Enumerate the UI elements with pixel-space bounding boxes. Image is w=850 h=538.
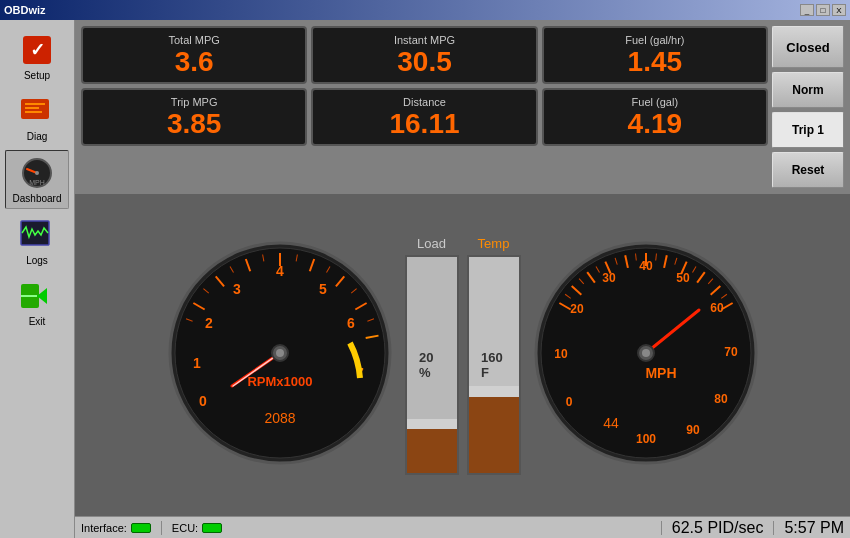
temp-value: 160 F xyxy=(481,350,506,380)
closed-button[interactable]: Closed xyxy=(772,26,844,68)
svg-text:0: 0 xyxy=(199,393,207,409)
close-button[interactable]: X xyxy=(832,4,846,16)
svg-text:3: 3 xyxy=(233,281,241,297)
svg-text:MPH: MPH xyxy=(645,365,676,381)
sidebar-item-exit-label: Exit xyxy=(29,316,46,327)
svg-text:6: 6 xyxy=(347,315,355,331)
svg-point-83 xyxy=(642,349,650,357)
norm-button[interactable]: Norm xyxy=(772,72,844,108)
svg-text:2088: 2088 xyxy=(264,410,295,426)
content-area: Total MPG 3.6 Instant MPG 30.5 Fuel (gal… xyxy=(75,20,850,538)
svg-rect-3 xyxy=(25,103,45,105)
fuel-gal-label: Fuel (gal) xyxy=(632,96,678,108)
exit-icon xyxy=(19,278,55,314)
bar-gauges: Load 20 % Temp xyxy=(405,236,521,475)
svg-text:✓: ✓ xyxy=(30,40,45,60)
sidebar-item-setup[interactable]: ✓ Setup xyxy=(5,28,69,85)
svg-text:40: 40 xyxy=(639,259,653,273)
status-right: 62.5 PID/sec 5:57 PM xyxy=(661,519,844,537)
speed-gauge: 0 10 20 30 40 50 60 70 80 90 100 MPH 44 xyxy=(531,238,761,472)
svg-text:RPMx1000: RPMx1000 xyxy=(247,374,312,389)
reset-button[interactable]: Reset xyxy=(772,152,844,188)
clock-time: 5:57 PM xyxy=(784,519,844,537)
trip-mpg-box: Trip MPG 3.85 xyxy=(81,88,307,146)
sidebar-item-logs[interactable]: Logs xyxy=(5,213,69,270)
total-mpg-value: 3.6 xyxy=(175,48,214,76)
svg-point-44 xyxy=(276,349,284,357)
svg-text:20: 20 xyxy=(570,302,584,316)
sidebar-item-diag-label: Diag xyxy=(27,131,48,142)
sidebar: ✓ Setup Diag MP xyxy=(0,20,75,538)
svg-text:0: 0 xyxy=(565,395,572,409)
logs-icon xyxy=(19,217,55,253)
dashboard-area: 0 1 2 3 4 5 6 7 RPMx1000 2088 xyxy=(75,194,850,516)
main-container: ✓ Setup Diag MP xyxy=(0,20,850,538)
metrics-row-2: Trip MPG 3.85 Distance 16.11 Fuel (gal) … xyxy=(81,88,768,146)
rpm-gauge-svg: 0 1 2 3 4 5 6 7 RPMx1000 2088 xyxy=(165,238,395,468)
fuel-gal-value: 4.19 xyxy=(628,110,683,138)
svg-text:70: 70 xyxy=(724,345,738,359)
svg-text:100: 100 xyxy=(635,432,655,446)
svg-rect-9 xyxy=(21,221,49,245)
trip-mpg-label: Trip MPG xyxy=(171,96,218,108)
sidebar-item-exit[interactable]: Exit xyxy=(5,274,69,331)
sidebar-item-diag[interactable]: Diag xyxy=(5,89,69,146)
svg-text:MPH: MPH xyxy=(29,179,45,186)
sidebar-item-dashboard-label: Dashboard xyxy=(13,193,62,204)
svg-text:44: 44 xyxy=(603,415,619,431)
fuel-galhr-box: Fuel (gal/hr) 1.45 xyxy=(542,26,768,84)
svg-text:80: 80 xyxy=(714,392,728,406)
interface-led xyxy=(131,523,151,533)
temp-gauge: Temp 160 F xyxy=(467,236,521,475)
metrics-grid: Total MPG 3.6 Instant MPG 30.5 Fuel (gal… xyxy=(81,26,768,188)
window-controls[interactable]: _ □ X xyxy=(800,4,846,16)
load-value: 20 % xyxy=(419,350,444,380)
distance-label: Distance xyxy=(403,96,446,108)
window-title: OBDwiz xyxy=(4,4,46,16)
svg-rect-4 xyxy=(25,107,39,109)
total-mpg-box: Total MPG 3.6 xyxy=(81,26,307,84)
right-buttons: Closed Norm Trip 1 Reset xyxy=(772,26,844,188)
statusbar: Interface: ECU: 62.5 PID/sec 5:57 PM xyxy=(75,516,850,538)
maximize-button[interactable]: □ xyxy=(816,4,830,16)
fuel-galhr-label: Fuel (gal/hr) xyxy=(625,34,684,46)
sidebar-item-setup-label: Setup xyxy=(24,70,50,81)
svg-point-7 xyxy=(35,171,39,175)
status-divider-3 xyxy=(773,521,774,535)
rpm-gauge: 0 1 2 3 4 5 6 7 RPMx1000 2088 xyxy=(165,238,395,472)
interface-status: Interface: xyxy=(81,522,151,534)
svg-text:1: 1 xyxy=(193,355,201,371)
setup-icon: ✓ xyxy=(19,32,55,68)
svg-text:50: 50 xyxy=(676,271,690,285)
temp-bar-fill xyxy=(469,397,519,473)
svg-text:5: 5 xyxy=(319,281,327,297)
top-section: Total MPG 3.6 Instant MPG 30.5 Fuel (gal… xyxy=(75,20,850,194)
fuel-galhr-value: 1.45 xyxy=(628,48,683,76)
load-gauge: Load 20 % xyxy=(405,236,459,475)
temp-bar-wrapper: 160 F xyxy=(467,255,521,475)
diag-icon xyxy=(19,93,55,129)
instant-mpg-label: Instant MPG xyxy=(394,34,455,46)
distance-box: Distance 16.11 xyxy=(311,88,537,146)
sidebar-item-logs-label: Logs xyxy=(26,255,48,266)
svg-text:60: 60 xyxy=(710,301,724,315)
load-bar-fill xyxy=(407,429,457,472)
temp-label: Temp xyxy=(478,236,510,251)
total-mpg-label: Total MPG xyxy=(168,34,219,46)
instant-mpg-box: Instant MPG 30.5 xyxy=(311,26,537,84)
dashboard-icon: MPH xyxy=(19,155,55,191)
svg-text:90: 90 xyxy=(686,423,700,437)
fuel-gal-box: Fuel (gal) 4.19 xyxy=(542,88,768,146)
trip1-button[interactable]: Trip 1 xyxy=(772,112,844,148)
ecu-led xyxy=(202,523,222,533)
svg-text:10: 10 xyxy=(554,347,568,361)
trip-mpg-value: 3.85 xyxy=(167,110,222,138)
speed-gauge-svg: 0 10 20 30 40 50 60 70 80 90 100 MPH 44 xyxy=(531,238,761,468)
ecu-status: ECU: xyxy=(172,522,222,534)
distance-value: 16.11 xyxy=(389,110,459,138)
svg-text:2: 2 xyxy=(205,315,213,331)
load-label: Load xyxy=(417,236,446,251)
metrics-row-1: Total MPG 3.6 Instant MPG 30.5 Fuel (gal… xyxy=(81,26,768,84)
sidebar-item-dashboard[interactable]: MPH Dashboard xyxy=(5,150,69,209)
minimize-button[interactable]: _ xyxy=(800,4,814,16)
